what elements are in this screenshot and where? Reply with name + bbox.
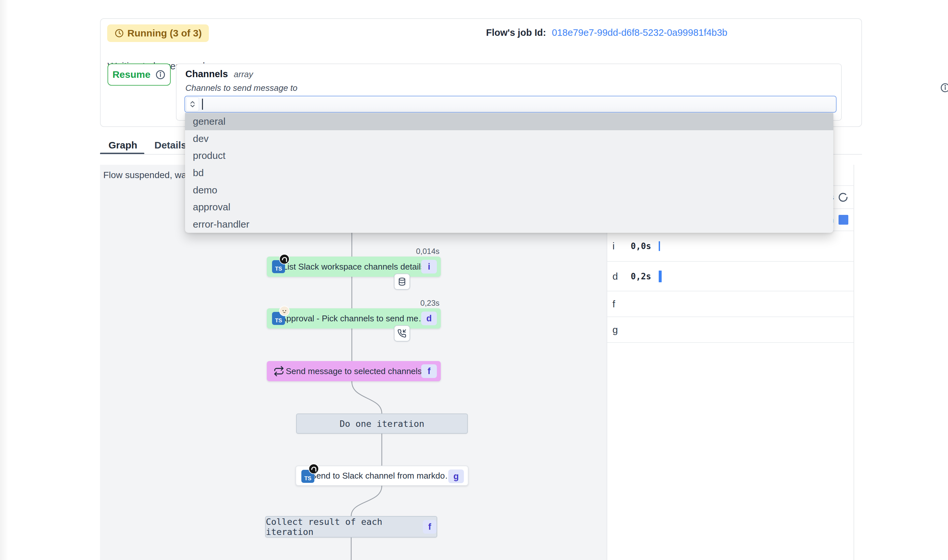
timeline-step-label: d [612,271,631,282]
step-id-badge: g [448,469,464,483]
execution-legend-swatch [839,215,848,225]
info-icon [155,69,166,80]
node-label: List Slack workspace channels details [283,262,425,272]
dropdown-option-demo[interactable]: demo [185,182,833,198]
clock-icon [114,28,124,38]
step-duration: 0,014s [267,247,441,256]
resume-button[interactable]: Resume [108,63,171,86]
node-do-one-iteration[interactable]: Do one iteration [296,414,468,434]
refresh-icon[interactable] [838,192,848,203]
step-id-badge: i [421,260,437,274]
timeline-step-label: g [612,324,631,335]
dropdown-option-approval[interactable]: approval [185,198,833,216]
node-label: Collect result of each iteration [266,517,415,537]
field-label: Channels [185,69,228,80]
dropdown-option-general[interactable]: general [185,113,833,130]
bun-icon [279,306,290,316]
timeline-step-duration: 0,0s [631,241,659,251]
job-id-row: Flow's job Id: 018e79e7-99dd-d6f8-5232-0… [486,27,728,38]
left-edge-shadow [0,0,8,560]
repeat-icon [273,366,284,377]
execution-bar [659,271,662,282]
timeline-row-g[interactable]: g [607,317,854,343]
database-icon[interactable] [394,274,410,290]
status-badge: Running (3 of 3) [107,25,209,42]
step-id-badge: d [421,312,437,325]
resume-form-card: Channels array Channels to send message … [176,63,842,121]
dropdown-option-bd[interactable]: bd [185,165,833,182]
timeline-row-d[interactable]: d 0,2s [607,262,854,291]
status-badge-label: Running (3 of 3) [127,28,202,39]
node-label: Do one iteration [339,419,424,429]
step-id-badge: f [423,520,436,534]
chevron-up-down-icon[interactable] [186,97,199,111]
node-forloop-send-message[interactable]: Send message to selected channels f [267,361,441,381]
field-description: Channels to send message to [185,83,298,93]
node-send-to-slack-channel[interactable]: TS Send to Slack channel from markdo… g [296,466,469,486]
node-collect-result[interactable]: Collect result of each iteration f [265,516,437,537]
field-header: Channels array [185,69,253,80]
timeline-step-label: f [612,298,631,310]
flow-status-card: Running (3 of 3) Flow's job Id: 018e79e7… [100,18,862,127]
flow-run-page: Running (3 of 3) Flow's job Id: 018e79e7… [0,0,948,560]
channels-input[interactable] [184,96,837,113]
field-type: array [234,69,253,80]
resume-button-label: Resume [113,69,151,80]
job-id-link[interactable]: 018e79e7-99dd-d6f8-5232-0a99981f4b3b [552,27,728,38]
execution-bar [659,241,660,251]
timeline-row-f[interactable]: f [607,291,854,317]
deno-icon [308,464,319,474]
deno-icon [279,254,290,265]
timeline-row-i[interactable]: i 0,0s [607,231,854,262]
text-cursor [202,98,203,110]
phone-incoming-icon[interactable] [394,325,410,342]
dropdown-option-dev[interactable]: dev [185,130,833,148]
tab-details[interactable]: Details [154,140,187,151]
job-id-label: Flow's job Id: [486,27,546,38]
dropdown-option-product[interactable]: product [185,147,833,165]
timeline-step-duration: 0,2s [631,272,659,281]
node-list-slack-channels[interactable]: TS List Slack workspace channels details… [267,257,441,277]
tab-graph[interactable]: Graph [108,140,137,151]
dropdown-option-error-handler[interactable]: error-handler [185,215,833,233]
channels-autocomplete-dropdown: general dev product bd demo approval err… [185,113,833,233]
step-duration: 0,23s [267,298,441,308]
node-approval-pick-channels[interactable]: TS Approval - Pick channels to send me… … [267,308,441,329]
node-label: Send message to selected channels [286,366,422,376]
node-label: Send to Slack channel from markdo… [311,471,453,481]
node-label: Approval - Pick channels to send me… [281,314,427,324]
step-id-badge: f [421,364,437,378]
timeline-step-label: i [612,241,631,252]
field-info-icon[interactable] [940,82,948,94]
